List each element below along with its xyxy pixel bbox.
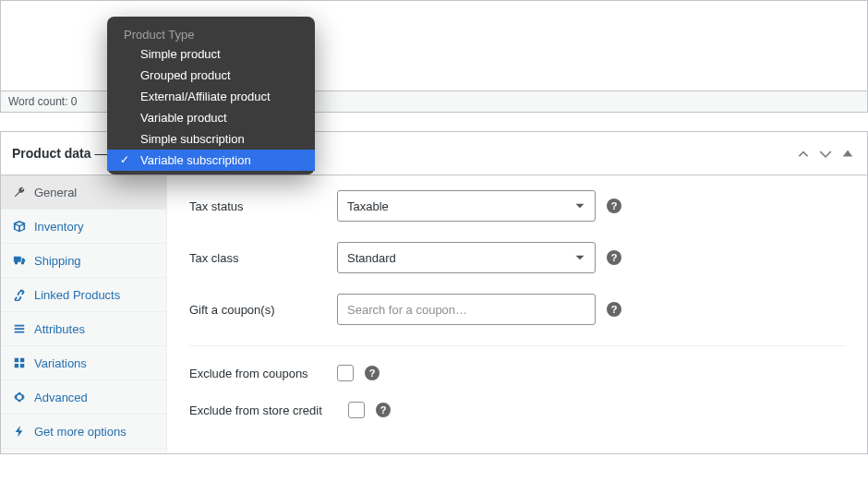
sidebar-item-variations[interactable]: Variations <box>1 346 166 380</box>
sidebar-item-label: Shipping <box>34 254 81 268</box>
help-icon[interactable]: ? <box>607 199 621 213</box>
panel-sidebar: General Inventory Shipping Linked Produc… <box>1 175 167 453</box>
sidebar-item-label: Variations <box>34 356 87 370</box>
sidebar-item-label: Linked Products <box>34 288 120 302</box>
link-icon <box>12 287 27 302</box>
dropdown-item-grouped-product[interactable]: Grouped product <box>107 65 315 86</box>
caret-up-icon[interactable] <box>839 145 856 162</box>
help-icon[interactable]: ? <box>607 250 621 265</box>
sidebar-item-inventory[interactable]: Inventory <box>1 210 166 244</box>
panel-title: Product data — <box>12 146 107 161</box>
help-icon[interactable]: ? <box>376 403 391 417</box>
tax-status-label: Tax status <box>189 199 326 213</box>
sidebar-item-label: Get more options <box>34 425 127 439</box>
dropdown-item-variable-subscription[interactable]: Variable subscription <box>107 150 315 171</box>
wordcount-label: Word count: 0 <box>8 95 77 108</box>
chevron-down-icon <box>574 252 585 263</box>
dropdown-item-simple-subscription[interactable]: Simple subscription <box>107 128 315 150</box>
chevron-down-icon[interactable] <box>817 145 834 162</box>
tax-status-row: Tax status Taxable ? <box>189 190 845 222</box>
truck-icon <box>12 253 27 268</box>
panel-header-actions <box>795 145 856 162</box>
exclude-store-credit-checkbox[interactable] <box>348 402 365 418</box>
dropdown-item-variable-product[interactable]: Variable product <box>107 107 315 128</box>
product-type-dropdown[interactable]: Product Type Simple product Grouped prod… <box>107 17 315 175</box>
product-data-panel: Product data — General Inventory Shippin… <box>0 131 868 454</box>
dropdown-item-external-affiliate[interactable]: External/Affiliate product <box>107 86 315 107</box>
sidebar-item-label: Inventory <box>34 220 83 234</box>
chevron-down-icon <box>574 200 585 211</box>
tax-class-label: Tax class <box>189 251 326 265</box>
grid-icon <box>12 355 27 370</box>
list-icon <box>12 321 27 336</box>
gear-icon <box>12 390 27 404</box>
help-icon[interactable]: ? <box>365 366 380 380</box>
dropdown-group-label: Product Type <box>107 22 315 43</box>
dropdown-item-simple-product[interactable]: Simple product <box>107 43 315 65</box>
divider <box>189 345 845 346</box>
inventory-icon <box>12 219 27 234</box>
sidebar-item-label: General <box>34 186 77 199</box>
sidebar-item-shipping[interactable]: Shipping <box>1 244 166 278</box>
sidebar-item-linked-products[interactable]: Linked Products <box>1 278 166 312</box>
sidebar-item-label: Advanced <box>34 391 88 404</box>
exclude-coupons-checkbox[interactable] <box>337 365 354 381</box>
panel-body: General Inventory Shipping Linked Produc… <box>1 175 867 453</box>
tax-class-select[interactable]: Standard <box>337 242 596 273</box>
tax-class-row: Tax class Standard ? <box>189 242 845 273</box>
sidebar-item-advanced[interactable]: Advanced <box>1 380 166 415</box>
sidebar-item-general[interactable]: General <box>1 175 166 210</box>
exclude-coupons-label: Exclude from coupons <box>189 367 326 380</box>
chevron-up-icon[interactable] <box>795 145 812 162</box>
help-icon[interactable]: ? <box>607 302 621 317</box>
gift-coupon-input[interactable] <box>337 294 596 325</box>
sidebar-item-label: Attributes <box>34 322 85 336</box>
exclude-store-credit-row: Exclude from store credit ? <box>189 402 845 418</box>
sidebar-item-get-more-options[interactable]: Get more options <box>1 415 166 449</box>
gift-coupon-label: Gift a coupon(s) <box>189 303 326 317</box>
wrench-icon <box>12 185 27 199</box>
bolt-icon <box>12 424 27 439</box>
gift-coupon-row: Gift a coupon(s) ? <box>189 294 845 325</box>
exclude-store-credit-label: Exclude from store credit <box>189 404 337 417</box>
exclude-coupons-row: Exclude from coupons ? <box>189 365 845 381</box>
panel-main: Tax status Taxable ? Tax class Standard … <box>167 175 867 453</box>
sidebar-item-attributes[interactable]: Attributes <box>1 312 166 346</box>
tax-status-select[interactable]: Taxable <box>337 190 596 222</box>
